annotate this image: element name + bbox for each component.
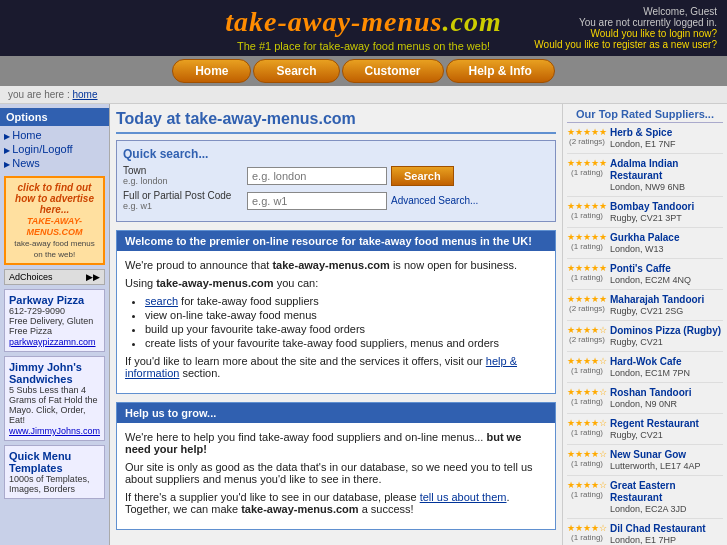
tell-us-link[interactable]: tell us about them [420,491,507,503]
supplier-location: London, N9 0NR [610,399,723,409]
adchoices-bar[interactable]: AdChoices ▶▶ [4,269,105,285]
supplier-stars: ★★★★★ (1 rating) [567,263,607,282]
town-input[interactable] [247,167,387,185]
supplier-name[interactable]: Dil Chad Restaurant [610,523,723,535]
supplier-item: ★★★★★ (2 ratings) Herb & Spice London, E… [567,127,723,154]
supplier-name[interactable]: Dominos Pizza (Rugby) [610,325,723,337]
welcome-para2: Using take-away-menus.com you can: [125,277,547,289]
help-section-body: We're here to help you find take-away fo… [117,423,555,529]
supplier-name[interactable]: Great Eastern Restaurant [610,480,723,504]
supplier-name[interactable]: New Sunar Gow [610,449,723,461]
advanced-search-link[interactable]: Advanced Search... [391,195,478,206]
supplier-location: London, EC2A 3JD [610,504,723,514]
supplier-name[interactable]: Gurkha Palace [610,232,723,244]
supplier-name[interactable]: Regent Restaurant [610,418,723,430]
rating-count: (1 rating) [571,459,603,468]
supplier-name[interactable]: Hard-Wok Cafe [610,356,723,368]
supplier-name[interactable]: Maharajah Tandoori [610,294,723,306]
login-link[interactable]: Would you like to login now? [590,28,717,39]
advertiser-parkway-phone: 612-729-9090 [9,306,100,316]
welcome-bullet-2: view on-line take-away food menus [145,309,547,321]
nav-search[interactable]: Search [253,59,339,83]
advertiser-jimmyjohns-link[interactable]: www.JimmyJohns.com [9,426,100,436]
nav-help[interactable]: Help & Info [446,59,555,83]
nav-customer[interactable]: Customer [342,59,444,83]
nav-home[interactable]: Home [172,59,251,83]
supplier-location: London, EC2M 4NQ [610,275,723,285]
town-search-row: Town e.g. london Search [123,165,549,186]
quick-search-box: Quick search... Town e.g. london Search … [116,140,556,222]
supplier-location: London, NW9 6NB [610,182,723,192]
supplier-item: ★★★★★ (1 rating) Bombay Tandoori Rugby, … [567,201,723,228]
rating-count: (1 rating) [571,242,603,251]
supplier-name[interactable]: Bombay Tandoori [610,201,723,213]
supplier-item: ★★★★☆ (2 ratings) Dominos Pizza (Rugby) … [567,325,723,352]
page-header: Welcome, Guest You are not currently log… [0,0,727,56]
supplier-item: ★★★★☆ (1 rating) Regent Restaurant Rugby… [567,418,723,445]
advertiser-parkway-link[interactable]: parkwaypizzamn.com [9,337,96,347]
sidebar: Options Home Login/Logoff News click to … [0,104,110,545]
advertiser-jimmyjohns-title[interactable]: Jimmy John's Sandwiches [9,361,100,385]
search-link[interactable]: search [145,295,178,307]
main-layout: Options Home Login/Logoff News click to … [0,104,727,545]
supplier-location: London, EC1M 7PN [610,368,723,378]
star-rating-icon: ★★★★☆ [567,387,607,397]
rating-count: (1 rating) [571,273,603,282]
help-para2: Our site is only as good as the data tha… [125,461,547,485]
welcome-para1: We're proud to announce that take-away-m… [125,259,547,271]
advertiser-parkway: Parkway Pizza 612-729-9090 Free Delivery… [4,289,105,352]
right-panel: Our Top Rated Suppliers... ★★★★★ (2 rati… [562,104,727,545]
postcode-input[interactable] [247,192,387,210]
welcome-section-header: Welcome to the premier on-line resource … [117,231,555,251]
supplier-info: Herb & Spice London, E1 7NF [610,127,723,149]
register-link[interactable]: Would you like to register as a new user… [534,39,717,50]
star-rating-icon: ★★★★☆ [567,523,607,533]
welcome-bullets: search for take-away food suppliers view… [145,295,547,349]
supplier-name[interactable]: Roshan Tandoori [610,387,723,399]
supplier-name[interactable]: Herb & Spice [610,127,723,139]
supplier-info: Great Eastern Restaurant London, EC2A 3J… [610,480,723,514]
sidebar-options-title: Options [0,108,109,126]
supplier-item: ★★★★★ (1 rating) Adalma Indian Restauran… [567,158,723,197]
breadcrumb-home-link[interactable]: home [73,89,98,100]
supplier-stars: ★★★★☆ (1 rating) [567,418,607,437]
supplier-location: Rugby, CV21 [610,337,723,347]
welcome-bullet-3: build up your favourite take-away food o… [145,323,547,335]
supplier-location: Lutterworth, LE17 4AP [610,461,723,471]
search-button[interactable]: Search [391,166,454,186]
supplier-location: London, E1 7HP [610,535,723,545]
supplier-name[interactable]: Adalma Indian Restaurant [610,158,723,182]
supplier-item: ★★★★★ (1 rating) Gurkha Palace London, W… [567,232,723,259]
supplier-stars: ★★★★★ (1 rating) [567,201,607,220]
advertiser-templates-text: 1000s of Templates, Images, Borders [9,474,100,494]
sidebar-advertise-banner[interactable]: click to find out how to advertise here.… [4,176,105,265]
supplier-location: Rugby, CV21 2SG [610,306,723,316]
supplier-location: London, W13 [610,244,723,254]
supplier-name[interactable]: Ponti's Caffe [610,263,723,275]
help-para1: We're here to help you find take-away fo… [125,431,547,455]
rating-count: (1 rating) [571,533,603,542]
supplier-stars: ★★★★★ (1 rating) [567,158,607,177]
sidebar-item-home[interactable]: Home [4,128,105,142]
supplier-stars: ★★★★☆ (1 rating) [567,480,607,499]
quick-search-title: Quick search... [123,147,549,161]
rating-count: (1 rating) [571,211,603,220]
supplier-info: Hard-Wok Cafe London, EC1M 7PN [610,356,723,378]
supplier-info: Dil Chad Restaurant London, E1 7HP [610,523,723,545]
supplier-info: Dominos Pizza (Rugby) Rugby, CV21 [610,325,723,347]
star-rating-icon: ★★★★☆ [567,480,607,490]
supplier-location: Rugby, CV21 3PT [610,213,723,223]
star-rating-icon: ★★★★★ [567,263,607,273]
advertiser-parkway-title[interactable]: Parkway Pizza [9,294,100,306]
help-info-link[interactable]: help & information [125,355,517,379]
supplier-item: ★★★★☆ (1 rating) Dil Chad Restaurant Lon… [567,523,723,545]
advertiser-parkway-text: Free Delivery, Gluten Free Pizza [9,316,100,336]
advertiser-templates-title[interactable]: Quick Menu Templates [9,450,100,474]
sidebar-item-login[interactable]: Login/Logoff [4,142,105,156]
supplier-info: Maharajah Tandoori Rugby, CV21 2SG [610,294,723,316]
sidebar-item-news[interactable]: News [4,156,105,170]
welcome-message: Welcome, Guest You are not currently log… [534,6,717,50]
rating-count: (1 rating) [571,428,603,437]
supplier-item: ★★★★☆ (1 rating) Roshan Tandoori London,… [567,387,723,414]
supplier-info: Roshan Tandoori London, N9 0NR [610,387,723,409]
